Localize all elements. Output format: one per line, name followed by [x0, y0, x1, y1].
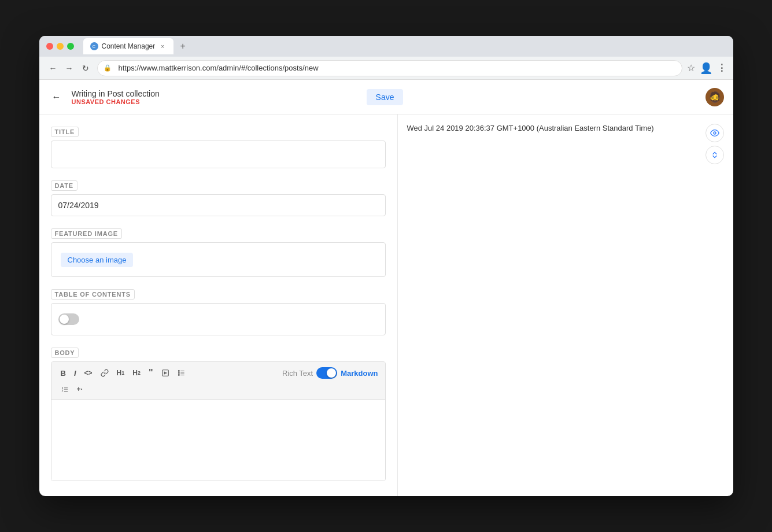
h1-button[interactable]: H1 [114, 368, 127, 378]
rich-text-label: Rich Text [282, 369, 313, 378]
add-plus-button[interactable]: +· [75, 384, 85, 394]
lock-icon: 🔒 [104, 64, 112, 72]
tab-bar: C Content Manager × + [83, 38, 726, 54]
tab-favicon: C [90, 42, 98, 50]
markdown-toggle[interactable] [316, 367, 337, 379]
italic-button[interactable]: I [72, 368, 79, 379]
markdown-toggle-knob [327, 368, 336, 378]
tab-close-button[interactable]: × [158, 42, 167, 50]
editor-toolbar: B I <> H1 H2 " [51, 362, 385, 400]
featured-image-label: FEATURED IMAGE [51, 228, 122, 239]
move-up-down-button[interactable] [705, 146, 724, 164]
reload-button[interactable]: ↻ [79, 61, 93, 75]
forward-button[interactable]: → [62, 61, 76, 75]
traffic-lights [46, 43, 74, 50]
address-bar: ← → ↻ 🔒 https://www.mattkerrison.com/adm… [39, 57, 733, 80]
right-panel: Wed Jul 24 2019 20:36:37 GMT+1000 (Austr… [398, 114, 733, 496]
unordered-list-button[interactable] [175, 368, 188, 378]
code-button[interactable]: <> [82, 368, 95, 378]
date-field-group: DATE 07/24/2019 [51, 180, 386, 216]
date-label: DATE [51, 180, 77, 191]
embed-button[interactable] [159, 368, 172, 378]
svg-point-10 [714, 132, 716, 134]
date-input[interactable]: 07/24/2019 [51, 194, 386, 216]
preview-button[interactable] [705, 124, 724, 142]
right-panel-header: Wed Jul 24 2019 20:36:37 GMT+1000 (Austr… [407, 124, 724, 164]
svg-point-4 [178, 371, 179, 372]
svg-point-6 [178, 375, 179, 376]
image-upload-area: Choose an image [51, 242, 386, 277]
toc-field-group: TABLE OF CONTENTS [51, 289, 386, 335]
body-label: BODY [51, 348, 79, 358]
toc-toggle-knob [60, 315, 69, 324]
svg-rect-0 [162, 370, 168, 376]
new-tab-button[interactable]: + [176, 39, 190, 53]
profile-icon[interactable]: 👤 [700, 62, 712, 75]
title-input[interactable] [51, 141, 386, 168]
h2-button[interactable]: H2 [130, 368, 143, 378]
back-button[interactable]: ← [46, 61, 60, 75]
avatar[interactable]: 🧔 [705, 88, 724, 106]
unsaved-changes-label: UNSAVED CHANGES [72, 98, 360, 105]
quote-button[interactable]: " [146, 367, 156, 379]
maximize-light[interactable] [67, 43, 74, 50]
toc-label: TABLE OF CONTENTS [51, 289, 135, 300]
header-title-group: Writing in Post collection UNSAVED CHANG… [72, 89, 360, 105]
svg-point-5 [178, 372, 179, 374]
left-panel: TITLE DATE 07/24/2019 FEATURED IMAGE Cho… [39, 114, 398, 496]
close-light[interactable] [46, 43, 53, 50]
editor-body[interactable] [51, 400, 385, 481]
main-content: TITLE DATE 07/24/2019 FEATURED IMAGE Cho… [39, 114, 733, 496]
url-text: https://www.mattkerrison.com/admin/#/col… [119, 64, 319, 72]
active-tab[interactable]: C Content Manager × [83, 38, 174, 54]
toolbar-row2: +· [58, 384, 378, 394]
title-label: TITLE [51, 127, 79, 137]
link-button[interactable] [98, 368, 111, 378]
ordered-list-button[interactable] [58, 384, 71, 394]
address-input[interactable]: 🔒 https://www.mattkerrison.com/admin/#/c… [97, 60, 682, 76]
page-title: Writing in Post collection [72, 89, 360, 98]
toc-toggle-area [51, 303, 386, 335]
tab-title: Content Manager [102, 42, 156, 50]
back-to-collection-button[interactable]: ← [49, 89, 65, 105]
editor-container: B I <> H1 H2 " [51, 361, 386, 481]
timestamp: Wed Jul 24 2019 20:36:37 GMT+1000 (Austr… [407, 124, 705, 132]
menu-icon[interactable]: ⋮ [717, 62, 726, 73]
toc-toggle[interactable] [58, 313, 79, 325]
save-button[interactable]: Save [367, 89, 404, 105]
browser-window: C Content Manager × + ← → ↻ 🔒 https://ww… [39, 36, 733, 496]
bookmark-icon[interactable]: ☆ [687, 62, 695, 73]
minimize-light[interactable] [57, 43, 64, 50]
address-actions: ☆ 👤 ⋮ [687, 62, 726, 75]
nav-buttons: ← → ↻ [46, 61, 93, 75]
body-field-group: BODY B I <> H1 H2 " [51, 347, 386, 481]
choose-image-button[interactable]: Choose an image [61, 253, 134, 267]
title-field-group: TITLE [51, 126, 386, 168]
featured-image-field-group: FEATURED IMAGE Choose an image [51, 228, 386, 277]
app-header: ← Writing in Post collection UNSAVED CHA… [39, 80, 733, 114]
markdown-label: Markdown [341, 369, 378, 378]
bold-button[interactable]: B [58, 368, 68, 379]
chrome-os-bar: C Content Manager × + [39, 36, 733, 57]
